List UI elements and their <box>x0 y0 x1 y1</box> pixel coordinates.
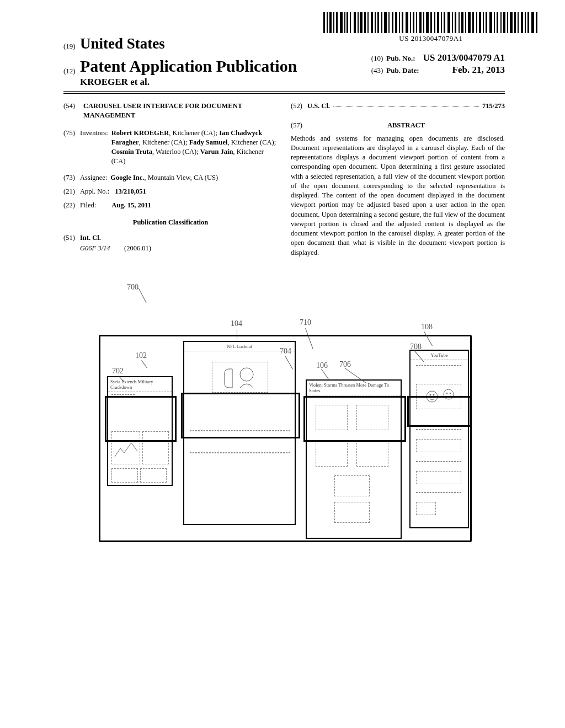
appl-no-value: 13/210,051 <box>115 187 146 196</box>
appl-no-label: Appl. No.: <box>80 187 109 196</box>
svg-rect-57 <box>521 12 523 33</box>
int-cl-row: G06F 3/14 (2006.01) <box>80 244 278 253</box>
svg-point-68 <box>450 393 451 394</box>
field-num: (21) <box>63 187 80 196</box>
pub-date-label: Pub. Date: <box>386 66 419 75</box>
filed-label: Filed: <box>80 201 96 210</box>
patent-figure: 700 104 710 108 102 702 704 106 706 708 … <box>63 280 505 553</box>
pub-no-value: US 2013/0047079 A1 <box>423 52 505 63</box>
inventors-list: Robert KROEGER, Kitchener (CA); Ian Chad… <box>111 129 278 167</box>
invention-title-field: (54) CAROUSEL USER INTERFACE FOR DOCUMEN… <box>63 101 278 121</box>
svg-rect-60 <box>531 12 534 33</box>
field-num: (22) <box>63 201 80 210</box>
country-code-num: (19) <box>63 42 80 51</box>
viewport-indicator <box>105 396 177 442</box>
publication-type: Patent Application Publication <box>80 57 297 76</box>
ref-700: 700 <box>127 283 138 292</box>
viewport-indicator <box>181 393 300 438</box>
viewport-indicator <box>407 396 471 427</box>
pub-date-value: Feb. 21, 2013 <box>452 65 505 76</box>
bibliographic-body: (54) CAROUSEL USER INTERFACE FOR DOCUMEN… <box>63 101 505 258</box>
field-num: (57) <box>291 121 307 130</box>
svg-rect-56 <box>518 12 519 33</box>
us-cl-field: (52) U.S. Cl. 715/273 <box>291 101 505 111</box>
device-frame: Syria Extends Military Crackdown NFL Loc… <box>99 335 472 542</box>
ref-104: 104 <box>231 319 242 328</box>
field-num: (51) <box>63 233 80 243</box>
country-name: United States <box>80 35 165 52</box>
left-column: (54) CAROUSEL USER INTERFACE FOR DOCUMEN… <box>63 101 278 258</box>
svg-point-67 <box>446 393 447 394</box>
int-cl-code: G06F 3/14 <box>80 244 124 253</box>
leader-line <box>237 329 237 339</box>
inventors-label: Inventors: <box>80 129 108 167</box>
tile-title: Syria Extends Military Crackdown <box>108 377 172 392</box>
assignee-value: Google Inc., Mountain View, CA (US) <box>110 173 218 183</box>
viewport-indicator <box>303 396 406 442</box>
right-column: (52) U.S. Cl. 715/273 (57) ABSTRACT Meth… <box>291 101 505 258</box>
field-num: (54) <box>63 101 80 121</box>
divider <box>63 91 505 92</box>
us-cl-label: U.S. Cl. <box>307 101 330 111</box>
ref-108: 108 <box>421 323 433 331</box>
pub-date-num: (43) <box>371 66 383 75</box>
document-header: (19) United States (12) Patent Applicati… <box>63 35 505 88</box>
author-names: KROEGER et al. <box>80 77 505 88</box>
svg-rect-61 <box>536 12 537 33</box>
classification-heading: Publication Classification <box>63 218 278 227</box>
svg-rect-53 <box>507 12 508 33</box>
svg-rect-54 <box>510 12 513 33</box>
int-cl-label: Int. Cl. <box>80 233 101 243</box>
svg-rect-58 <box>525 12 526 33</box>
pub-no-num: (10) <box>371 54 383 63</box>
svg-rect-59 <box>527 12 529 33</box>
abstract-text: Methods and systems for managing open do… <box>291 134 505 258</box>
int-cl-field: (51) Int. Cl. <box>63 233 278 243</box>
tile-title: NFL Lockout <box>184 342 295 351</box>
abstract-heading: ABSTRACT <box>307 121 505 130</box>
thumb-icon <box>212 362 268 393</box>
assignee-label: Assignee: <box>80 173 107 183</box>
dotted-leader <box>333 106 479 106</box>
svg-point-62 <box>240 368 253 381</box>
filed-field: (22) Filed: Aug. 15, 2011 <box>63 201 278 210</box>
field-num: (73) <box>63 173 80 183</box>
inventors-field: (75) Inventors: Robert KROEGER, Kitchene… <box>63 129 278 167</box>
field-num: (75) <box>63 129 80 167</box>
field-num: (52) <box>291 101 307 111</box>
leader-line <box>138 288 147 303</box>
tile-title: Violent Storms Threaten More Damage To S… <box>307 381 401 395</box>
assignee-field: (73) Assignee: Google Inc., Mountain Vie… <box>63 173 278 183</box>
invention-title: CAROUSEL USER INTERFACE FOR DOCUMENT MAN… <box>83 101 278 121</box>
carousel-tile-4: YouTube <box>409 350 469 528</box>
pub-no-label: Pub. No.: <box>386 54 415 63</box>
int-cl-date: (2006.01) <box>124 244 151 253</box>
filed-value: Aug. 15, 2011 <box>111 201 151 210</box>
divider <box>63 93 505 94</box>
svg-rect-55 <box>514 12 516 33</box>
appl-no-field: (21) Appl. No.: 13/210,051 <box>63 187 278 196</box>
pub-type-num: (12) <box>63 67 80 76</box>
ref-710: 710 <box>300 318 311 327</box>
us-cl-value: 715/273 <box>482 101 505 111</box>
